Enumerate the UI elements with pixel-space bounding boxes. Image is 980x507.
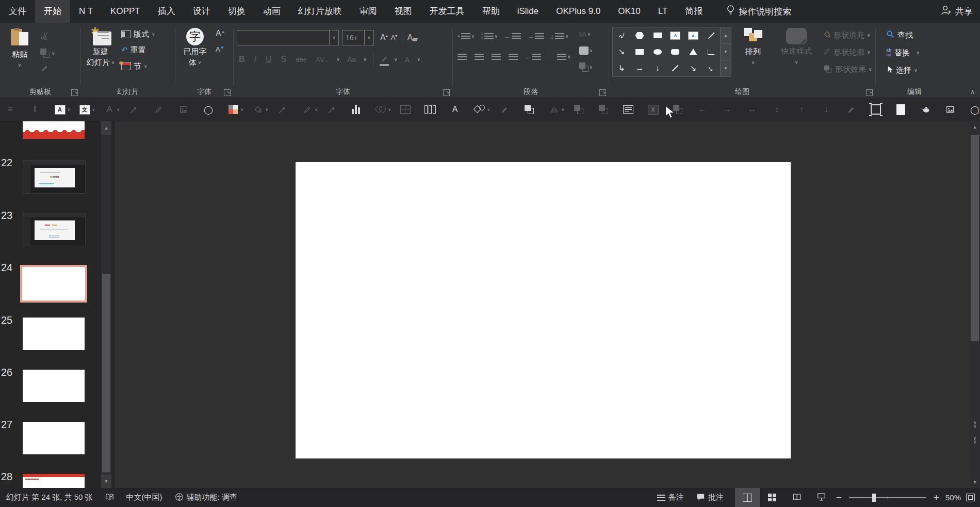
shape-line-icon[interactable] [671, 68, 679, 69]
align-top-objects-icon[interactable]: ↑ [794, 102, 809, 117]
align-bottom-objects-icon[interactable]: ↓ [819, 102, 834, 117]
group-objects-icon[interactable] [571, 102, 586, 117]
tab-view[interactable]: 视图 [386, 0, 421, 23]
replace-button[interactable]: abac替换∨ [886, 46, 950, 59]
shadow-button[interactable]: S [279, 55, 289, 64]
tab-design[interactable]: 设计 [184, 0, 219, 23]
used-font-dialog-launcher[interactable]: ↘ [224, 89, 231, 96]
shape-effects-button[interactable]: 形状效果∨ [823, 63, 872, 75]
increase-font-size-button[interactable]: A▲ [216, 29, 225, 38]
change-shape-icon[interactable]: ∨ [472, 102, 487, 117]
tab-ok10[interactable]: OK10 [609, 0, 649, 23]
tab-transitions[interactable]: 切换 [219, 0, 254, 23]
cut-icon[interactable] [40, 31, 55, 42]
character-spacing-button[interactable]: AV↔ [314, 56, 331, 64]
clear-formatting-button[interactable]: A [407, 33, 413, 42]
distribute-text-button[interactable]: ↔ [524, 51, 543, 63]
find-button[interactable]: 查找 [886, 29, 950, 41]
accessibility-button[interactable]: 辅助功能: 调查 [169, 488, 243, 507]
arrange-button[interactable]: 排列 ∨ [737, 27, 770, 69]
shape-scribble-icon[interactable] [618, 31, 626, 39]
shape-arrow-line-icon[interactable]: ↘ [618, 47, 625, 56]
tab-developer[interactable]: 开发工具 [421, 0, 473, 23]
tell-me-search[interactable]: 操作说明搜索 [727, 0, 791, 23]
slide-thumbnail-25[interactable] [23, 318, 85, 350]
decrease-indent-button[interactable]: ← [502, 30, 522, 42]
paragraph-dialog-launcher[interactable]: ↘ [599, 89, 606, 96]
normal-view-button[interactable] [735, 488, 760, 507]
paste-button[interactable]: 粘贴 ∨ [3, 27, 36, 71]
increase-indent-button[interactable]: → [526, 30, 546, 42]
slideshow-view-button[interactable] [809, 488, 834, 507]
magic-lamp-icon[interactable] [918, 102, 933, 117]
shape-rectangle-icon[interactable] [635, 49, 644, 55]
numbering-button[interactable]: 12∨ [479, 30, 499, 42]
shape-elbow-arrow-connector-icon[interactable]: ↳ [618, 64, 625, 73]
tab-file[interactable]: 文件 [0, 0, 35, 23]
layout-button[interactable]: 版式∨ [121, 28, 155, 40]
decrease-font-size-button[interactable]: A▼ [216, 45, 225, 53]
convert-smartart-button[interactable]: ∨ [578, 61, 595, 73]
reset-button[interactable]: ↶重置 [121, 44, 155, 56]
canvas-scroll-down-icon[interactable]: ▼ [970, 477, 980, 488]
reading-view-button[interactable] [785, 488, 809, 507]
oval-shape-icon[interactable]: ◯ [201, 102, 216, 117]
bold-button[interactable]: B [237, 55, 247, 64]
format-painter-icon[interactable] [497, 102, 512, 117]
tab-animations[interactable]: 动画 [254, 0, 289, 23]
distribute-vertical-icon[interactable]: ↕ [770, 102, 784, 117]
format-painter-icon[interactable] [40, 64, 55, 74]
tab-lt[interactable]: LT [649, 0, 677, 23]
style-brush-icon[interactable] [844, 102, 858, 117]
zoom-in-button[interactable]: + [932, 492, 941, 503]
shape-arrow-line-icon[interactable]: ↘ [690, 64, 697, 73]
slide-thumbnail-22[interactable] [23, 160, 86, 194]
panel-scrollbar[interactable]: ▲ ▼ [101, 121, 111, 488]
excel-object-icon[interactable]: X [646, 102, 660, 117]
crop-icon[interactable] [869, 102, 883, 117]
change-case-button[interactable]: Aa [345, 55, 358, 64]
shape-right-arrow-icon[interactable]: → [635, 64, 644, 73]
grow-font-button[interactable]: A▴ [380, 33, 388, 42]
circle-shape-icon[interactable]: ◯ [968, 102, 980, 117]
align-objects-center-icon[interactable]: ≡ [3, 102, 18, 117]
align-objects-middle-icon[interactable]: ‖ [28, 102, 42, 117]
slide-thumbnail-23[interactable] [23, 213, 86, 246]
wordart-icon[interactable]: A [448, 102, 462, 117]
font-color-button[interactable]: A [403, 55, 412, 64]
panel-scroll-down-icon[interactable]: ▼ [101, 474, 111, 488]
strikethrough-button[interactable]: abc [293, 56, 308, 64]
slide-sorter-view-button[interactable] [760, 488, 785, 507]
shape-rectangle-icon[interactable] [654, 33, 662, 38]
table-tool-icon[interactable] [398, 102, 413, 117]
comments-button[interactable]: 批注 [690, 488, 730, 507]
columns-button[interactable]: ∨ [556, 51, 573, 63]
font-size-dropdown-icon[interactable]: ∨ [364, 30, 373, 45]
tab-islide[interactable]: iSlide [509, 0, 548, 23]
eyedropper-icon[interactable] [275, 102, 290, 117]
tab-jianbao[interactable]: 简报 [676, 0, 711, 23]
quick-styles-button[interactable]: 快速样式 ∨ [775, 27, 818, 68]
section-button[interactable]: ∗节∨ [121, 60, 155, 72]
shape-oval-icon[interactable] [654, 49, 662, 55]
eyedropper-icon[interactable] [127, 102, 141, 117]
tab-review[interactable]: 审阅 [351, 0, 386, 23]
align-right-objects-icon[interactable]: → [720, 102, 734, 117]
gallery-more-icon[interactable]: ▼ [721, 60, 731, 76]
collapse-ribbon-button[interactable]: ∧ [970, 88, 975, 96]
used-font-button[interactable]: 字 已用字 体∨ [178, 27, 211, 69]
previous-slide-button[interactable]: ∧∧ [970, 421, 980, 428]
bullets-button[interactable]: •∨ [456, 30, 476, 42]
shape-vertical-text-box-icon[interactable]: A [688, 31, 698, 40]
zoom-slider[interactable] [849, 497, 926, 498]
text-direction-button[interactable]: ‖A∨ [578, 28, 595, 40]
edit-shape-icon[interactable]: ∨ [300, 102, 315, 117]
justify-button[interactable] [507, 51, 519, 63]
shape-fill-button[interactable]: 形状填充∨ [823, 29, 872, 41]
eyedropper-icon[interactable] [325, 102, 339, 117]
shape-line-icon[interactable] [707, 35, 715, 36]
distribute-horizontal-icon[interactable]: ↔ [745, 102, 759, 117]
columns-icon[interactable] [423, 102, 437, 117]
tab-nt[interactable]: N T [70, 0, 102, 23]
pen-tool-icon[interactable] [152, 102, 166, 117]
